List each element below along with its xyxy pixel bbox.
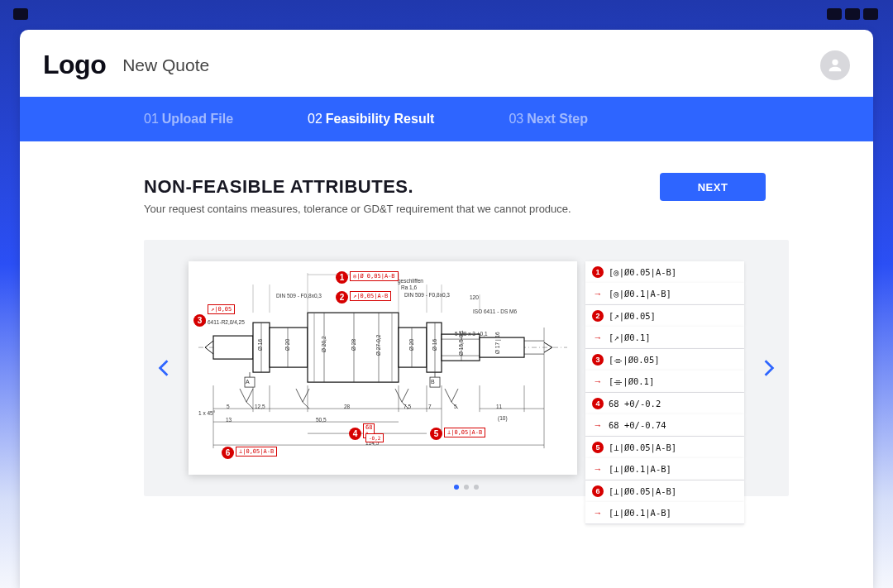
- callout-1: 1: [336, 271, 348, 284]
- dim-11: 11: [496, 404, 502, 409]
- gdnt-box-6: ⊥|0,05|A-B: [236, 447, 277, 457]
- main-content: NON-FEASIBLE ATTRIBUTES. Your request co…: [20, 141, 873, 588]
- avatar[interactable]: [820, 50, 850, 80]
- svg-rect-12: [480, 337, 524, 357]
- svg-line-49: [303, 402, 309, 409]
- dim-505: 50,5: [316, 417, 327, 423]
- issue-row: 2[↗|Ø0.05]: [585, 305, 744, 327]
- carousel-dot[interactable]: [454, 485, 459, 490]
- step-upload-file[interactable]: 01Upload File: [144, 112, 233, 127]
- arrow-right-icon: →: [592, 332, 604, 343]
- logo: Logo: [43, 50, 106, 80]
- datum-b: B: [431, 379, 435, 385]
- note-ra: Ra 1,6: [401, 284, 417, 290]
- issue-row: 1[◎|Ø0.05|A-B]: [585, 261, 744, 283]
- dim-75: 7,5: [404, 404, 411, 409]
- user-icon: [826, 56, 844, 74]
- issue-row: 6[⊥|Ø0.05|A-B]: [585, 480, 744, 502]
- issue-row: 3[⌯|Ø0.05]: [585, 349, 744, 370]
- callout-5: 5: [430, 428, 442, 440]
- chevron-right-icon: [763, 359, 775, 377]
- callout-4: 4: [349, 428, 361, 440]
- section-subtext: Your request contains measures, toleranc…: [144, 203, 873, 215]
- dim-5b: 5: [454, 404, 457, 409]
- dim-d15501: Ø 15,5-0,1: [458, 330, 464, 356]
- issue-row: 5[⊥|Ø0.05|A-B]: [585, 437, 744, 458]
- callout-2: 2: [336, 291, 348, 304]
- arrow-right-icon: →: [592, 375, 604, 387]
- gdnt-box-3: ↗|0,05: [208, 304, 235, 314]
- header: Logo New Quote: [20, 30, 873, 97]
- dim-125: 12,5: [255, 404, 265, 409]
- carousel-next[interactable]: [752, 240, 786, 496]
- step-next-step[interactable]: 03Next Step: [509, 112, 588, 127]
- dim-d16: Ø 16: [257, 339, 263, 351]
- app-window: Logo New Quote 01Upload File 02Feasibili…: [20, 30, 873, 588]
- window-decoration: [13, 8, 28, 20]
- carousel-dot[interactable]: [474, 485, 479, 490]
- note-iso-right: ISO 6411 - DS M6: [473, 308, 517, 314]
- shaft-diagram: [189, 261, 577, 453]
- callout-6: 6: [222, 447, 234, 459]
- arrow-right-icon: →: [592, 419, 604, 431]
- arrow-right-icon: →: [592, 507, 604, 519]
- carousel-dot[interactable]: [464, 485, 469, 490]
- chevron-left-icon: [158, 359, 170, 377]
- callout-3: 3: [193, 314, 206, 327]
- issue-row-suggestion: →[⌯|Ø0.1]: [585, 370, 744, 393]
- technical-drawing: DIN 509 - F0,8x0,3 DIN 509 - F0,8x0,3 ge…: [189, 261, 577, 475]
- dim-d1716: Ø 17 | 16: [494, 332, 500, 354]
- issue-row-suggestion: →[⊥|Ø0.1|A-B]: [585, 502, 744, 524]
- note-chamfer: 1 x 45°: [198, 410, 215, 416]
- gdnt-box-5: ⊥|0,05|A-B: [444, 428, 485, 437]
- window-controls-left: [13, 8, 28, 20]
- svg-rect-1: [213, 336, 253, 359]
- dim-d20a: Ø 20: [284, 339, 290, 351]
- carousel-dots: [144, 485, 789, 490]
- arrow-right-icon: →: [592, 463, 604, 475]
- next-button[interactable]: NEXT: [660, 173, 766, 201]
- dim-28: 28: [344, 404, 350, 409]
- issue-row-suggestion: →[◎|Ø0.1|A-B]: [585, 283, 744, 305]
- dim-13: 13: [226, 417, 232, 423]
- dim-d16b: Ø 16: [432, 339, 437, 351]
- datum-a: A: [246, 379, 250, 385]
- dim-d202: Ø 20,2: [321, 336, 327, 352]
- note-geschliffen: geschliffen: [398, 278, 423, 284]
- note-120: 120: [470, 294, 479, 300]
- dim-d28: Ø 28: [351, 339, 356, 351]
- dim-d2702: Ø 27-0,2: [375, 335, 381, 356]
- progress-steps: 01Upload File 02Feasibility Result 03Nex…: [20, 97, 873, 141]
- issue-row-suggestion: →[⊥|Ø0.1|A-B]: [585, 458, 744, 480]
- dim-d20b: Ø 20: [408, 339, 414, 351]
- note-din-right: DIN 509 - F0,8x0,3: [404, 292, 450, 298]
- issue-row: 468 +0/-0.2: [585, 393, 744, 414]
- note-din-left: DIN 509 - F0,8x0,3: [276, 293, 322, 299]
- dim-5a: 5: [227, 404, 230, 409]
- svg-line-48: [246, 402, 253, 409]
- window-controls-right: [827, 8, 878, 20]
- step-feasibility-result[interactable]: 02Feasibility Result: [308, 112, 434, 127]
- dim-101: (10): [498, 415, 508, 421]
- gdnt-box-1: ◎|Ø 0,05|A-B: [350, 271, 399, 281]
- gdnt-box-4b: -0,2: [365, 433, 384, 442]
- gdnt-box-2: ↗|0,05|A-B: [350, 291, 391, 301]
- issue-row-suggestion: →[↗|Ø0.1]: [585, 327, 744, 349]
- page-title: New Quote: [122, 55, 209, 75]
- issue-row-suggestion: →68 +0/-0.74: [585, 414, 744, 437]
- window-decoration: [827, 8, 842, 20]
- window-decoration: [845, 8, 860, 20]
- issues-panel: 1[◎|Ø0.05|A-B] →[◎|Ø0.1|A-B] 2[↗|Ø0.05] …: [585, 261, 744, 475]
- carousel: DIN 509 - F0,8x0,3 DIN 509 - F0,8x0,3 ge…: [144, 240, 789, 496]
- carousel-prev[interactable]: [147, 240, 180, 496]
- dim-7: 7: [428, 404, 432, 409]
- arrow-right-icon: →: [592, 288, 604, 299]
- window-decoration: [863, 8, 878, 20]
